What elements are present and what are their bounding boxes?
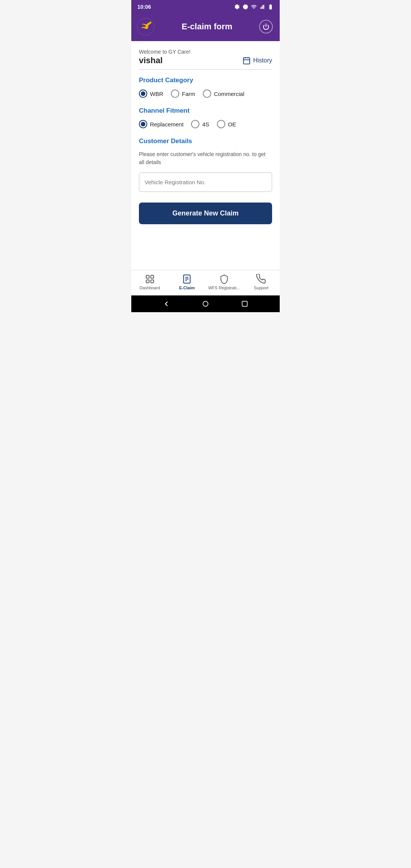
back-icon — [162, 300, 170, 308]
nav-eclaim[interactable]: E-Claim — [169, 274, 206, 290]
nav-eclaim-label: E-Claim — [179, 286, 195, 290]
svg-rect-9 — [146, 275, 149, 278]
support-icon — [256, 274, 266, 284]
channel-fitment-title: Channel Fitment — [139, 107, 272, 115]
nav-dashboard[interactable]: Dashboard — [131, 274, 169, 290]
history-button[interactable]: History — [242, 56, 272, 65]
product-wbr-radio[interactable] — [139, 89, 147, 98]
generate-claim-button[interactable]: Generate New Claim — [139, 203, 272, 224]
fitment-replacement-radio[interactable] — [139, 120, 147, 128]
shield-icon — [219, 274, 229, 284]
recents-icon — [241, 300, 249, 308]
svg-rect-18 — [242, 301, 247, 306]
product-wbr-label: WBR — [150, 91, 163, 97]
fitment-4s-label: 4S — [202, 121, 209, 128]
signal-icon — [259, 4, 265, 10]
product-category-group: WBR Farm Commercial — [139, 89, 272, 98]
battery-icon — [268, 4, 274, 10]
channel-fitment-section: Channel Fitment Replacement 4S OE — [139, 107, 272, 128]
wifi-icon — [251, 4, 257, 10]
nav-support[interactable]: Support — [243, 274, 280, 290]
fitment-oe-option[interactable]: OE — [217, 120, 236, 128]
fitment-replacement-option[interactable]: Replacement — [139, 120, 183, 128]
product-wbr-dot — [141, 91, 145, 96]
product-commercial-option[interactable]: Commercial — [203, 89, 244, 98]
vehicle-registration-input[interactable] — [139, 172, 272, 192]
power-icon — [263, 23, 269, 30]
product-category-section: Product Category WBR Farm Commercial — [139, 77, 272, 98]
nav-dashboard-label: Dashboard — [140, 286, 160, 290]
customer-details-section: Customer Details Please enter customer's… — [139, 137, 272, 203]
product-commercial-label: Commercial — [214, 91, 244, 97]
product-category-title: Product Category — [139, 77, 272, 84]
svg-point-3 — [150, 21, 151, 23]
svg-point-1 — [243, 5, 248, 10]
settings-icon — [234, 4, 240, 10]
fitment-oe-radio[interactable] — [217, 120, 225, 128]
main-content: Welcome to GY Care! vishal History Produ… — [131, 41, 280, 270]
fitment-replacement-label: Replacement — [150, 121, 183, 128]
svg-rect-5 — [244, 58, 250, 64]
recents-button[interactable] — [239, 298, 250, 309]
fitment-oe-label: OE — [228, 121, 236, 128]
fitment-replacement-dot — [141, 122, 145, 126]
product-wbr-option[interactable]: WBR — [139, 89, 163, 98]
android-nav-bar — [131, 295, 280, 312]
product-commercial-radio[interactable] — [203, 89, 211, 98]
home-circle-icon — [202, 300, 209, 308]
user-row: vishal History — [139, 56, 272, 70]
eclaim-icon — [182, 274, 192, 284]
nav-support-label: Support — [254, 286, 269, 290]
fitment-4s-option[interactable]: 4S — [191, 120, 209, 128]
dot-icon — [242, 4, 249, 10]
product-farm-label: Farm — [182, 91, 195, 97]
history-label: History — [253, 57, 272, 64]
page-title: E-claim form — [155, 22, 259, 32]
home-button[interactable] — [200, 298, 211, 309]
status-icons — [234, 4, 274, 10]
product-farm-option[interactable]: Farm — [171, 89, 195, 98]
customer-details-title: Customer Details — [139, 137, 272, 145]
app-header: E-claim form — [131, 14, 280, 41]
status-bar: 10:06 — [131, 0, 280, 14]
svg-rect-11 — [146, 280, 149, 283]
status-time: 10:06 — [137, 4, 151, 10]
username-display: vishal — [139, 56, 162, 65]
fitment-4s-radio[interactable] — [191, 120, 199, 128]
app-logo — [137, 18, 155, 36]
svg-rect-12 — [151, 280, 154, 283]
back-button[interactable] — [161, 298, 172, 309]
power-button[interactable] — [259, 20, 273, 34]
customer-details-desc: Please enter customer's vehicle registra… — [139, 150, 272, 166]
nav-wfs[interactable]: WFS Registrati... — [206, 274, 243, 290]
nav-wfs-label: WFS Registrati... — [208, 286, 240, 290]
bottom-navigation: Dashboard E-Claim WFS Registrati... Supp… — [131, 270, 280, 295]
channel-fitment-group: Replacement 4S OE — [139, 120, 272, 128]
dashboard-icon — [145, 274, 155, 284]
product-farm-radio[interactable] — [171, 89, 179, 98]
svg-point-17 — [203, 301, 208, 306]
welcome-greeting: Welcome to GY Care! — [139, 49, 272, 55]
calendar-icon — [242, 56, 251, 65]
svg-rect-10 — [151, 275, 154, 278]
